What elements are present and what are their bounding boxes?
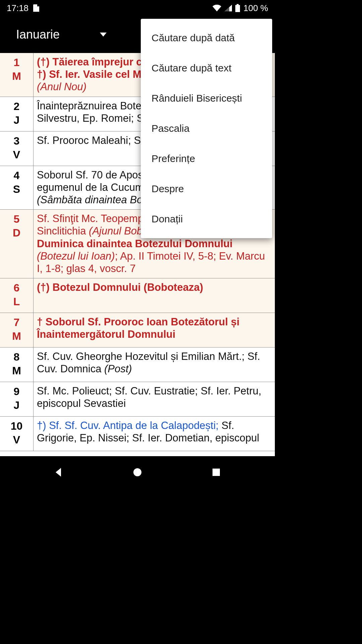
day-description: Sf. Cuv. Gheorghe Hozevitul și Emilian M…	[34, 347, 275, 382]
date-column: 1M	[0, 53, 34, 97]
calendar-row[interactable]: 9JSf. Mc. Polieuct; Sf. Cuv. Eustratie; …	[0, 382, 275, 417]
date-number: 6	[14, 282, 20, 294]
date-column: 5D	[0, 210, 34, 278]
svg-rect-1	[235, 5, 240, 12]
date-column: 10V	[0, 417, 34, 451]
calendar-row[interactable]: 7M† Soborul Sf. Prooroc Ioan Botezătorul…	[0, 313, 275, 347]
cell-signal-icon	[225, 5, 232, 11]
date-number: 1	[14, 56, 20, 69]
menu-item[interactable]: Căutare după dată	[141, 23, 272, 53]
calendar-row[interactable]: 10V†) Sf. Sf. Cuv. Antipa de la Calapode…	[0, 417, 275, 451]
day-description: Sf. Mc. Polieuct; Sf. Cuv. Eustratie; Sf…	[34, 382, 275, 416]
menu-item[interactable]: Căutare după text	[141, 53, 272, 83]
navigation-bar	[0, 456, 275, 488]
date-weekday: S	[13, 183, 20, 196]
date-number: 5	[14, 213, 20, 225]
date-weekday: J	[14, 399, 20, 412]
menu-item[interactable]: Rânduieli Bisericești	[141, 83, 272, 113]
date-column: 2J	[0, 97, 34, 131]
date-weekday: M	[12, 365, 21, 377]
menu-item[interactable]: Donații	[141, 204, 272, 234]
calendar-row[interactable]: 6L(†) Botezul Domnului (Boboteaza)	[0, 278, 275, 313]
recent-apps-button[interactable]	[196, 462, 236, 482]
date-column: 8M	[0, 347, 34, 382]
menu-item[interactable]: Despre	[141, 174, 272, 204]
date-column: 6L	[0, 278, 34, 313]
date-weekday: M	[12, 70, 21, 83]
date-number: 9	[14, 385, 20, 398]
day-description: † Soborul Sf. Prooroc Ioan Botezătorul ș…	[34, 313, 275, 347]
date-weekday: M	[12, 330, 21, 342]
sd-card-icon	[33, 4, 39, 12]
battery-icon	[235, 4, 240, 12]
battery-percent: 100 %	[243, 3, 268, 13]
day-description: †) Sf. Sf. Cuv. Antipa de la Calapodești…	[34, 417, 275, 451]
date-weekday: V	[13, 434, 20, 446]
menu-item[interactable]: Preferințe	[141, 144, 272, 174]
date-weekday: L	[13, 296, 20, 308]
month-dropdown[interactable]: Ianuarie	[16, 28, 107, 42]
calendar-row[interactable]: 8MSf. Cuv. Gheorghe Hozevitul și Emilian…	[0, 347, 275, 382]
date-column: 9J	[0, 382, 34, 416]
date-column: 7M	[0, 313, 34, 347]
home-button[interactable]	[117, 462, 158, 482]
date-weekday: V	[13, 149, 20, 161]
menu-item[interactable]: Pascalia	[141, 113, 272, 144]
svg-point-2	[133, 468, 141, 476]
day-description: (†) Botezul Domnului (Boboteaza)	[34, 278, 275, 313]
chevron-down-icon	[100, 33, 107, 37]
status-bar: 17:18 100 %	[0, 0, 275, 16]
overflow-menu: Căutare după datăCăutare după textRândui…	[141, 19, 272, 238]
date-number: 3	[14, 135, 20, 147]
svg-rect-3	[213, 469, 220, 476]
wifi-icon	[213, 5, 221, 11]
date-column: 3V	[0, 131, 34, 166]
date-weekday: J	[14, 114, 20, 126]
month-label: Ianuarie	[16, 28, 60, 42]
svg-rect-0	[237, 4, 239, 5]
date-number: 7	[14, 316, 20, 329]
date-number: 4	[14, 169, 20, 182]
date-number: 8	[14, 351, 20, 363]
back-button[interactable]	[39, 462, 79, 482]
status-time: 17:18	[7, 3, 28, 13]
date-number: 10	[11, 420, 23, 432]
date-weekday: D	[13, 227, 20, 239]
date-column: 4S	[0, 166, 34, 210]
date-number: 2	[14, 100, 20, 113]
